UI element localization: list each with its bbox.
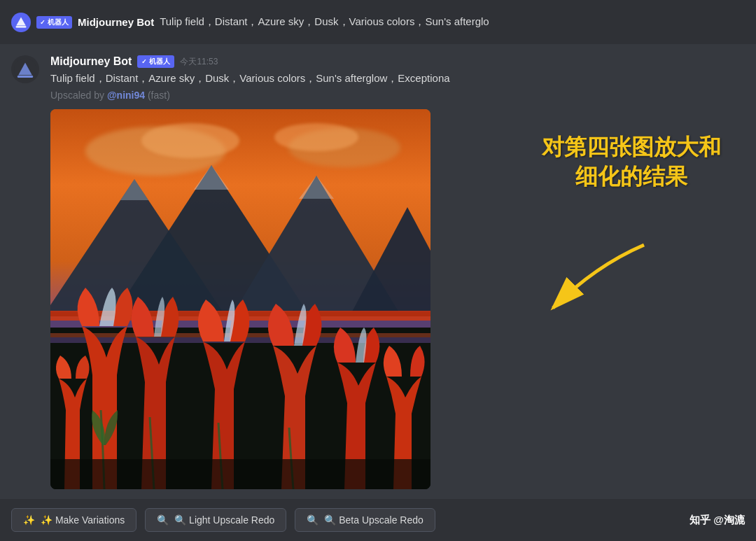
magnify-beta-icon: 🔍 (307, 514, 318, 526)
title-bar: 机器人 Midjourney Bot Tulip field，Distant，A… (0, 0, 756, 44)
light-upscale-label: 🔍 Light Upscale Redo (174, 514, 274, 526)
make-variations-button[interactable]: ✨ ✨ Make Variations (11, 508, 136, 532)
svg-point-7 (274, 123, 358, 151)
user-mention[interactable]: @nini94 (107, 90, 145, 101)
svg-rect-2 (18, 76, 33, 78)
message-prompt: Tulip field，Distant，Azure sky，Dusk，Vario… (50, 71, 745, 87)
magnify-light-icon: 🔍 (157, 514, 169, 526)
action-bar: ✨ ✨ Make Variations 🔍 🔍 Light Upscale Re… (0, 499, 756, 541)
avatar (11, 55, 39, 83)
generated-image-wrapper[interactable] (50, 109, 430, 489)
upscaled-by-line: Upscaled by @nini94 (fast) (50, 90, 745, 101)
prompt-text: Tulip field，Distant，Azure sky，Dusk，Vario… (50, 72, 450, 84)
title-bar-bot-icon (11, 13, 31, 32)
robot-badge: 机器人 (137, 55, 174, 68)
generated-image[interactable] (50, 109, 430, 489)
title-bar-bot-name: Midjourney Bot (78, 16, 154, 28)
annotation-arrow (525, 238, 665, 322)
title-bar-prompt: Tulip field，Distant，Azure sky，Dusk，Vario… (160, 15, 489, 29)
svg-rect-22 (50, 459, 430, 489)
speed-label: (fast) (148, 90, 170, 101)
svg-point-5 (141, 123, 239, 158)
sparkle-icon: ✨ (23, 514, 35, 526)
bot-name: Midjourney Bot (50, 55, 132, 68)
tulip-field-svg (50, 109, 430, 489)
title-bar-robot-badge: 机器人 (36, 16, 72, 29)
sailboat-icon (15, 16, 27, 29)
beta-upscale-label: 🔍 Beta Upscale Redo (324, 514, 424, 526)
timestamp: 今天11:53 (180, 56, 218, 68)
annotation-text: 对第四张图放大和细化的结果 (542, 133, 721, 191)
make-variations-label: ✨ Make Variations (41, 514, 125, 526)
upscaled-by-label: Upscaled by (50, 90, 104, 101)
svg-rect-0 (16, 26, 27, 27)
midjourney-avatar-icon (14, 58, 36, 80)
watermark-text: 知乎 @淘漉 (690, 514, 745, 527)
light-upscale-redo-button[interactable]: 🔍 🔍 Light Upscale Redo (145, 508, 286, 532)
message-header: Midjourney Bot 机器人 今天11:53 (50, 55, 745, 68)
annotation-label: 对第四张图放大和细化的结果 (542, 134, 721, 189)
beta-upscale-redo-button[interactable]: 🔍 🔍 Beta Upscale Redo (295, 508, 435, 532)
